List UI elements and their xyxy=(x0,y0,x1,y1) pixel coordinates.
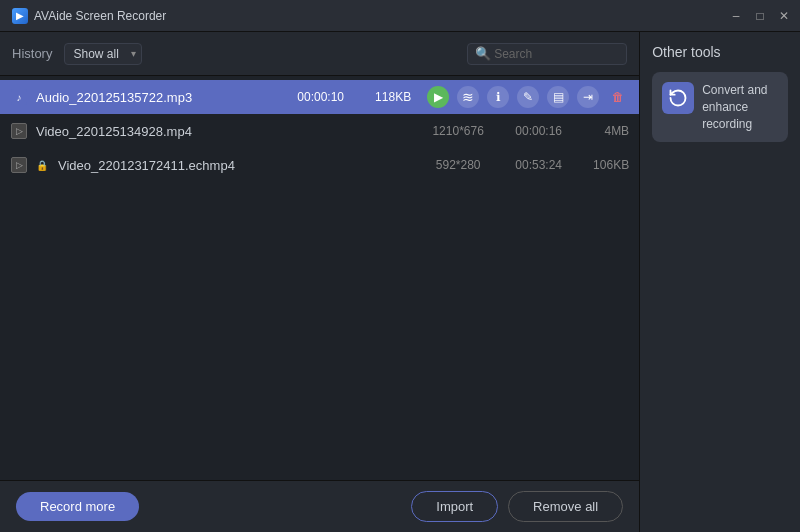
table-row[interactable]: ▷ Video_220125134928.mp4 1210*676 00:00:… xyxy=(0,114,639,148)
file-size: 118KB xyxy=(361,90,411,104)
app-icon: ▶ xyxy=(12,8,28,24)
audio-icon: ♪ xyxy=(11,89,27,105)
info-button[interactable]: ℹ xyxy=(487,86,509,108)
lock-icon: 🔒 xyxy=(36,160,48,171)
window-controls: – □ ✕ xyxy=(728,8,792,24)
video-icon: ▷ xyxy=(11,123,27,139)
play-button[interactable]: ▶ xyxy=(427,86,449,108)
title-bar-left: ▶ AVAide Screen Recorder xyxy=(12,8,166,24)
record-more-button[interactable]: Record more xyxy=(16,492,139,521)
file-duration: 00:53:24 xyxy=(506,158,571,172)
import-button[interactable]: Import xyxy=(411,491,498,522)
file-name: Video_220123172411.echmp4 xyxy=(58,158,410,173)
bottom-right-buttons: Import Remove all xyxy=(411,491,623,522)
other-tools-title: Other tools xyxy=(652,44,788,60)
bottom-bar: Record more Import Remove all xyxy=(0,480,639,532)
convert-enhance-card[interactable]: Convert and enhance recording xyxy=(652,72,788,142)
video-icon: ▷ xyxy=(11,157,27,173)
app-title: AVAide Screen Recorder xyxy=(34,9,166,23)
file-resolution: 592*280 xyxy=(418,158,498,172)
file-name: Video_220125134928.mp4 xyxy=(36,124,410,139)
minimize-button[interactable]: – xyxy=(728,8,744,24)
left-panel: History Show all Video Audio ▾ 🔍 ♪ xyxy=(0,32,640,532)
share-button[interactable]: ⇥ xyxy=(577,86,599,108)
file-size: 4MB xyxy=(579,124,629,138)
video-type-icon: ▷ xyxy=(10,122,28,140)
file-resolution: 1210*676 xyxy=(418,124,498,138)
search-wrap: 🔍 xyxy=(467,43,627,65)
right-panel: Other tools Convert and enhance recordin… xyxy=(640,32,800,532)
waveform-button[interactable]: ≋ xyxy=(457,86,479,108)
file-name: Audio_220125135722.mp3 xyxy=(36,90,192,105)
main-layout: History Show all Video Audio ▾ 🔍 ♪ xyxy=(0,32,800,532)
filter-dropdown[interactable]: Show all Video Audio xyxy=(64,43,142,65)
file-duration: 00:00:10 xyxy=(288,90,353,104)
convert-label: Convert and enhance recording xyxy=(702,82,778,132)
file-duration: 00:00:16 xyxy=(506,124,571,138)
search-input[interactable] xyxy=(467,43,627,65)
convert-icon xyxy=(662,82,694,114)
table-row[interactable]: ♪ Audio_220125135722.mp3 00:00:10 118KB … xyxy=(0,80,639,114)
edit-button[interactable]: ✎ xyxy=(517,86,539,108)
folder-button[interactable]: ▤ xyxy=(547,86,569,108)
audio-type-icon: ♪ xyxy=(10,88,28,106)
close-button[interactable]: ✕ xyxy=(776,8,792,24)
history-label: History xyxy=(12,46,52,61)
file-list: ♪ Audio_220125135722.mp3 00:00:10 118KB … xyxy=(0,76,639,480)
filter-dropdown-wrap: Show all Video Audio ▾ xyxy=(64,43,142,65)
maximize-button[interactable]: □ xyxy=(752,8,768,24)
video-type-icon: ▷ xyxy=(10,156,28,174)
delete-button[interactable]: 🗑 xyxy=(607,86,629,108)
table-row[interactable]: ▷ 🔒 Video_220123172411.echmp4 592*280 00… xyxy=(0,148,639,182)
remove-all-button[interactable]: Remove all xyxy=(508,491,623,522)
title-bar: ▶ AVAide Screen Recorder – □ ✕ xyxy=(0,0,800,32)
row-actions: ▶ ≋ ℹ ✎ ▤ ⇥ 🗑 xyxy=(427,86,629,108)
file-size: 106KB xyxy=(579,158,629,172)
toolbar: History Show all Video Audio ▾ 🔍 xyxy=(0,32,639,76)
